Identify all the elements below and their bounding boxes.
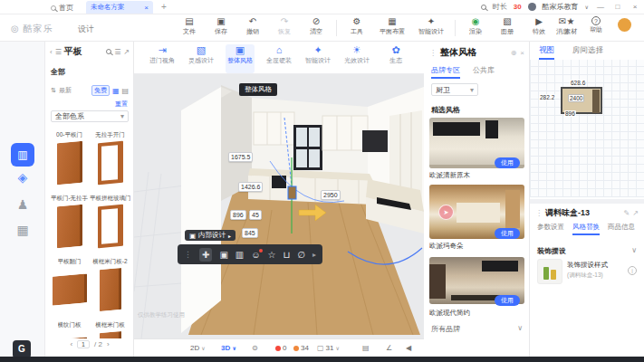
menubar-ai-design-button[interactable]: ✦智能设计 [416,16,447,36]
catalog-item[interactable]: 平板门-无拉手 [49,194,90,257]
menubar-undo-button[interactable]: ↶撤销 [241,16,264,36]
rail-my-library-button[interactable]: ▥ [11,143,34,167]
menubar-floorplan-button[interactable]: ▦平面布置 [377,16,408,36]
tab-view[interactable]: 视图 [539,45,554,60]
messages-button[interactable]: ✉消息 [551,16,574,36]
search-icon[interactable] [481,5,486,10]
category-list-icon[interactable]: ☰ [55,48,62,56]
warning-counter[interactable]: 0 [275,344,286,352]
catalog-search-icon[interactable] [106,49,111,54]
grid-view-icon[interactable]: ▦ [112,87,120,95]
account-avatar[interactable] [528,3,536,11]
panel-drag-handle[interactable]: ⋮ [535,209,543,217]
menu-design[interactable]: 设计 [78,24,94,35]
ribbon-door-view-button[interactable]: ⇥进门视角 [148,44,177,73]
back-icon[interactable]: ‹ [50,48,53,56]
sort-icon[interactable]: ⇅ [51,87,56,94]
hide-icon[interactable]: ∅ [297,250,305,260]
tab-close-icon[interactable]: × [144,4,149,12]
menubar-redo-button[interactable]: ↷恢复 [273,16,296,36]
reset-filter-link[interactable]: 重置 [115,100,128,109]
use-style-button[interactable]: 使用 [495,157,520,168]
menubar-clear-button[interactable]: ⊘清空 [304,16,328,36]
menubar-effects-button[interactable]: ▶特效 [527,16,551,36]
more-tools-icon[interactable]: ▸ [312,251,316,259]
menubar-tools-button[interactable]: ⚙工具 [345,16,369,36]
menubar-file-button[interactable]: ▤文件 [178,16,201,36]
tab-product-info[interactable]: 商品信息 [608,223,635,235]
catalog-item[interactable]: 横纹门板 [49,320,90,338]
pin-icon[interactable]: ⊕ [511,49,517,57]
context-menu-label[interactable]: ▣ 内部设计 ▸ [185,230,235,241]
viewport[interactable]: ⇥进门视角 ▧灵感设计 ▣整体风格 ⌂全屋硬装 ✦智能设计 ☀光效设计 ✿生态 [134,42,424,357]
sort-label[interactable]: 最新 [59,86,72,95]
decor-style-item[interactable]: 装饰摆设样式 (调料味盒-13) i [537,259,637,284]
tab-room-select[interactable]: 房间选择 [572,45,603,60]
section-decor[interactable]: 装饰摆设 ∨ [537,246,637,256]
all-brands-row[interactable]: 所有品牌 ∨ [431,324,523,334]
edit-icon[interactable]: ✎ [624,209,630,217]
style-brush-icon[interactable]: ☺ [251,250,260,260]
ribbon-hard-decor-button[interactable]: ⌂全屋硬装 [264,44,293,73]
info-icon[interactable]: i [628,266,637,275]
ruler-button[interactable]: ∠ [386,344,392,352]
catalog-item[interactable]: 00-平板门 [49,130,90,194]
panel-drag-handle[interactable]: ⋮ [429,49,437,57]
ribbon-eco-button[interactable]: ✿生态 [381,44,410,73]
catalog-item[interactable]: 平板翻门 [49,257,90,320]
tab-home[interactable]: 首页 [51,3,73,13]
close-icon[interactable]: × [520,49,524,57]
tab-public-library[interactable]: 公共库 [473,65,495,79]
list-view-icon[interactable]: ▤ [121,87,129,95]
free-filter-toggle[interactable]: 免费 [91,85,110,96]
visibility-button[interactable]: ⊙ [252,344,258,352]
rail-user-button[interactable]: ♟ [0,197,45,212]
delete-icon[interactable]: ⊔ [283,250,290,260]
menubar-render-button[interactable]: ◉渲染 [464,16,487,36]
catalog-item[interactable]: 横框米门板-2 [90,257,130,320]
mode-2d-button[interactable]: 2D∨ [190,344,206,352]
drag-handle-icon[interactable]: ⋮ [184,250,192,259]
tab-style-replace[interactable]: 风格替换 [572,223,600,235]
room-category-dropdown[interactable]: 厨卫 ▾ [431,83,478,96]
ribbon-inspiration-button[interactable]: ▧灵感设计 [187,44,216,73]
announcement-button[interactable]: ◀ [406,344,411,352]
menubar-save-button[interactable]: ▣保存 [209,16,233,36]
cabinet-tool-icon[interactable]: ▥ [235,250,244,260]
duplicate-icon[interactable]: ▣ [219,250,227,260]
tab-brand-zone[interactable]: 品牌专区 [431,65,460,79]
scene-3d[interactable]: 整体风格 1675.5 1426.6 896 45 2950 845 ▣ 内部设… [134,74,424,338]
window-maximize-button[interactable]: □ [612,3,623,11]
item-counter[interactable]: ▢31∨ [317,344,340,352]
floorplan-minimap[interactable]: 628.6 282.2 2400 896 [530,60,644,197]
tab-active-plan[interactable]: 未命名方案 × [86,1,153,14]
expand-icon[interactable]: ↗ [632,209,639,217]
filter-icon[interactable]: ☰ [114,48,120,56]
ribbon-overall-style-button[interactable]: ▣整体风格 [226,44,255,73]
rail-enterprise-button[interactable]: ▦ [0,223,45,237]
page-prev-button[interactable]: ‹ [70,340,72,348]
tab-parameters[interactable]: 参数设置 [537,223,564,235]
help-button[interactable]: ?帮助 [584,16,608,34]
mode-3d-button[interactable]: 3D∨ [221,344,236,352]
page-next-button[interactable]: › [107,340,110,348]
expand-icon[interactable]: ↗ [123,48,130,56]
window-close-button[interactable]: × [630,3,640,11]
catalog-item[interactable]: 平板拼框玻璃门 [90,194,130,257]
catalog-item[interactable]: 无拉手开门 [90,130,130,194]
new-tab-button[interactable]: + [161,2,167,12]
account-name[interactable]: 酷家乐教育 [543,2,579,12]
ribbon-lighting-button[interactable]: ☀光效设计 [342,44,371,73]
move-tool-icon[interactable]: ✚ [199,248,212,262]
catalog-item[interactable]: 横框米门板 [90,320,130,338]
use-style-button[interactable]: 使用 [495,295,520,306]
catalog-filter-all[interactable]: 全部 [51,67,65,77]
page-current[interactable]: 1 [77,340,90,348]
use-style-button[interactable]: 使用 [495,228,520,239]
menubar-album-button[interactable]: ▧图册 [495,16,519,36]
ribbon-ai-design-button[interactable]: ✦智能设计 [303,44,332,73]
account-caret-icon[interactable]: ∨ [585,4,589,10]
favorite-icon[interactable]: ☆ [268,250,276,260]
screenshot-button[interactable]: ▤ [362,344,370,352]
rail-vip-button[interactable]: ◈ [0,170,45,185]
